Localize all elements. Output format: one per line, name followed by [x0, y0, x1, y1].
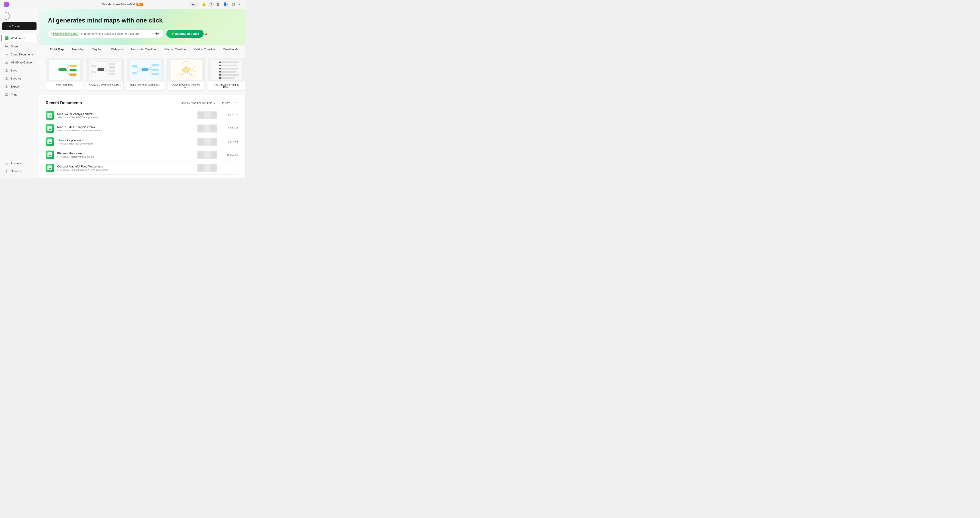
sidebar-item-open[interactable]: Open [2, 43, 37, 50]
svg-rect-19 [70, 73, 76, 76]
list-item[interactable]: ☁ Nike PESTLE Analysis.emmx >Personal>Ni… [46, 122, 238, 135]
doc-preview-2 [197, 138, 217, 146]
svg-rect-65 [221, 71, 235, 73]
close-button[interactable]: ✕ [238, 3, 242, 6]
sidebar-item-print[interactable]: Print [2, 91, 37, 98]
inspiration-label: ⚡ Inspiration space [171, 32, 199, 35]
inspiration-button[interactable]: ⚡ Inspiration space [166, 30, 204, 38]
sort-button[interactable]: Sort by modification time ∨ [181, 101, 216, 105]
back-button[interactable]: ← [3, 13, 10, 20]
svg-rect-14 [58, 68, 66, 71]
sidebar-item-account[interactable]: Account [2, 159, 37, 167]
tab-creative[interactable]: Creative Map [219, 45, 244, 54]
help-icon[interactable]: ? [209, 2, 213, 7]
notification-icon[interactable]: 🔔 [202, 2, 206, 6]
doc-info-1: Nike PESTLE Analysis.emmx >Personal>Nike… [57, 126, 194, 132]
doc-info-3: Photosynthesis.emmx >Personal>Photosynth… [57, 152, 194, 158]
svg-rect-17 [70, 69, 76, 71]
list-item[interactable]: ☁ The rock cycle.emmx >Personal>The rock… [46, 135, 238, 148]
tab-v-timeline[interactable]: Vertical Timeline [190, 45, 219, 54]
titlebar: Wondershare EdrawMind Pro App 🔔 ? ⊞ 👤 − … [0, 0, 245, 9]
svg-rect-15 [70, 65, 76, 67]
recent-title: Recent Documents [46, 101, 82, 105]
search-tag: Intelligent file Analysis [51, 32, 79, 36]
sidebar-item-cloud[interactable]: Cloud Documents [2, 51, 37, 58]
svg-rect-63 [221, 65, 237, 66]
svg-rect-74 [235, 102, 238, 102]
recent-section: Recent Documents Sort by modification ti… [39, 95, 245, 178]
cloud-doc-icon: ☁ [49, 140, 51, 143]
tab-tree-map[interactable]: Tree Map [68, 45, 88, 54]
search-input[interactable] [81, 32, 147, 35]
tab-h-timeline[interactable]: Horizontal Timeline [127, 45, 160, 54]
hero-banner: AI generates mind maps with one click In… [39, 9, 245, 45]
svg-rect-42 [152, 68, 159, 71]
sidebar-gallery-label: MindMap Gallery [11, 61, 32, 64]
svg-point-73 [219, 77, 221, 79]
template-preview-new-right [46, 58, 83, 81]
template-card-dawn[interactable]: Dawn Blossoms Plucked at... [167, 58, 205, 91]
list-item[interactable]: ☁ Nike SWOT Analysis.emmx >Personal>Nike… [46, 109, 238, 122]
template-card-7habits[interactable]: The 7 Habits of Highly Effe... [208, 58, 245, 91]
svg-rect-21 [89, 60, 121, 80]
app-button[interactable]: App [189, 2, 199, 7]
doc-path-1: >Personal>Nike PESTLE Analysis.emmx [57, 129, 194, 132]
folder-icon [5, 44, 8, 48]
tab-orgchart[interactable]: Orgchart [88, 45, 107, 54]
sidebar-print-label: Print [11, 93, 17, 96]
template-card-ecommerce[interactable]: Analyze e-commerce copy... [86, 58, 124, 91]
sidebar-item-saveas[interactable]: Save As [2, 75, 37, 82]
doc-name-0: Nike SWOT Analysis.emmx [57, 112, 194, 116]
doc-icon-3: ☁ [46, 151, 54, 159]
svg-rect-33 [109, 73, 115, 75]
svg-rect-46 [132, 65, 137, 67]
tab-w-timeline[interactable]: Winding Timeline [160, 45, 190, 54]
svg-rect-47 [132, 72, 137, 74]
template-preview-7habits [208, 58, 245, 81]
sidebar-item-workbench[interactable]: Workbench [2, 34, 37, 42]
main-content: AI generates mind maps with one click In… [39, 9, 245, 178]
doc-path-2: >Personal>The rock cycle.emmx [57, 142, 194, 145]
cloud-doc-icon: ☁ [49, 153, 51, 157]
sidebar-item-gallery[interactable]: MindMap Gallery [2, 59, 37, 66]
svg-rect-3 [6, 69, 7, 70]
svg-point-12 [6, 171, 7, 172]
sidebar-workbench-label: Workbench [11, 37, 25, 40]
svg-rect-29 [97, 68, 104, 71]
doc-preview-0 [197, 111, 217, 119]
list-item[interactable]: ☁ Concept Map of A Food Web.emmx >Person… [46, 162, 238, 175]
go-button[interactable]: → Go [149, 31, 162, 36]
svg-rect-43 [152, 73, 159, 75]
doc-preview-1 [197, 124, 217, 132]
list-item[interactable]: ☁ Photosynthesis.emmx >Personal>Photosyn… [46, 148, 238, 162]
sidebar-item-save[interactable]: Save [2, 67, 37, 74]
account-icon [5, 161, 8, 165]
create-label: + Create [9, 25, 20, 28]
cursor-indicator: ▲ [204, 32, 208, 36]
template-card-workstand[interactable]: Make your map work stan... [127, 58, 164, 91]
maximize-button[interactable]: ❐ [232, 3, 235, 6]
cloud-icon [5, 52, 8, 56]
avatar[interactable] [3, 2, 10, 7]
doc-name-3: Photosynthesis.emmx [57, 152, 194, 155]
list-view-icon[interactable] [234, 101, 238, 105]
search-bar[interactable]: Intelligent file Analysis → Go [48, 29, 164, 38]
svg-rect-66 [221, 74, 239, 76]
doc-name-2: The rock cycle.emmx [57, 138, 194, 142]
svg-point-49 [182, 67, 190, 72]
svg-rect-37 [142, 68, 148, 71]
create-button[interactable]: + + Create [2, 22, 37, 30]
svg-rect-62 [221, 62, 239, 63]
sidebar-item-export[interactable]: Export [2, 83, 37, 90]
tab-fishbone[interactable]: Fishbone [107, 45, 127, 54]
print-icon [5, 92, 8, 97]
tab-right-map[interactable]: Right Map [46, 45, 68, 54]
sort-chevron-icon: ∨ [213, 101, 216, 105]
sidebar-item-options[interactable]: Options [2, 167, 37, 175]
doc-info-2: The rock cycle.emmx >Personal>The rock c… [57, 138, 194, 145]
sidebar: ← + + Create Workbench Open Cloud Docume… [0, 9, 39, 178]
template-card-new-right[interactable]: New Right Map [46, 58, 83, 91]
grid-icon[interactable]: ⊞ [217, 2, 220, 6]
minimize-button[interactable]: − [226, 3, 229, 6]
window-controls: − ❐ ✕ [226, 3, 242, 6]
